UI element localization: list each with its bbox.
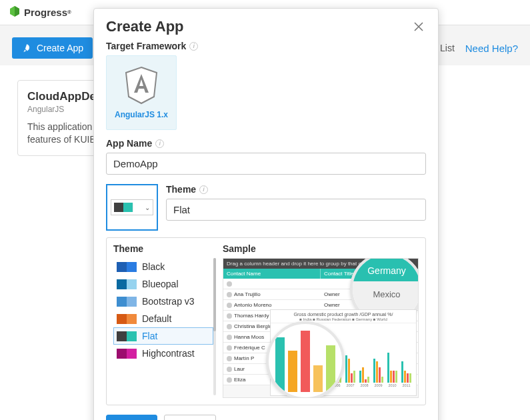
- theme-list-scrollbar[interactable]: [213, 258, 216, 395]
- progress-icon: [8, 6, 21, 19]
- theme-option-default[interactable]: Default: [113, 310, 213, 327]
- sample-frame: Drag a column header and drop it here to…: [223, 258, 419, 398]
- brand-name: Progress: [24, 7, 67, 18]
- cancel-button[interactable]: Cancel: [164, 415, 216, 420]
- theme-swatch-picker[interactable]: ⌄: [106, 184, 158, 231]
- magnifier-bars: [266, 321, 345, 398]
- theme-list: Theme BlackBlueopalBootstrap v3DefaultFl…: [113, 243, 213, 398]
- create-app-button[interactable]: Create App: [12, 37, 93, 59]
- theme-option-bootstrap-v3[interactable]: Bootstrap v3: [113, 293, 213, 310]
- theme-option-blueopal[interactable]: Blueopal: [113, 275, 213, 293]
- apply-button[interactable]: Apply: [106, 415, 157, 420]
- brand-logo: Progress®: [8, 6, 71, 19]
- app-name-input[interactable]: [106, 153, 426, 175]
- theme-input[interactable]: [166, 199, 426, 221]
- theme-sample: Sample Drag a column header and drop it …: [223, 243, 419, 398]
- app-name-label: App Name i: [106, 138, 426, 149]
- angularjs-icon: [123, 66, 159, 105]
- theme-option-black[interactable]: Black: [113, 258, 213, 275]
- create-app-modal: Create App Target Framework i AngularJS …: [93, 8, 439, 420]
- modal-title: Create App: [106, 18, 184, 35]
- info-icon[interactable]: i: [155, 139, 164, 148]
- rocket-icon: [21, 43, 31, 53]
- theme-option-flat[interactable]: Flat: [113, 327, 213, 345]
- close-icon[interactable]: [411, 18, 426, 37]
- theme-label: Theme i: [166, 184, 426, 195]
- info-icon[interactable]: i: [189, 42, 198, 51]
- theme-dropdown-panel: Theme BlackBlueopalBootstrap v3DefaultFl…: [106, 237, 426, 405]
- framework-tile-angularjs[interactable]: AngularJS 1.x: [106, 55, 177, 130]
- chevron-down-icon: ⌄: [145, 204, 150, 211]
- info-icon[interactable]: i: [199, 185, 208, 194]
- target-framework-label: Target Framework i: [106, 41, 426, 51]
- theme-option-highcontrast[interactable]: Highcontrast: [113, 345, 213, 362]
- framework-name: AngularJS 1.x: [115, 110, 168, 119]
- help-link[interactable]: Need Help?: [465, 43, 518, 54]
